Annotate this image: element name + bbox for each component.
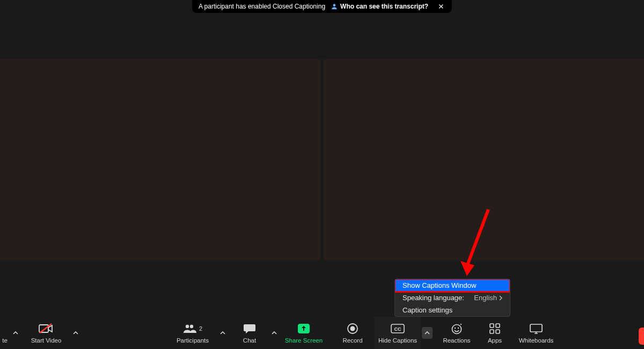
video-grid xyxy=(0,59,644,260)
participants-options-caret[interactable] xyxy=(217,317,229,349)
video-off-icon xyxy=(39,322,54,335)
person-icon xyxy=(331,3,338,10)
chevron-right-icon xyxy=(499,295,502,301)
chevron-up-icon xyxy=(13,331,18,335)
svg-marker-2 xyxy=(460,261,474,276)
svg-rect-16 xyxy=(496,324,500,328)
chevron-up-icon xyxy=(425,331,430,335)
video-pane-left[interactable] xyxy=(0,59,320,260)
share-screen-button[interactable]: Share Screen xyxy=(280,317,327,349)
notification-text: A participant has enabled Closed Caption… xyxy=(199,3,325,10)
chat-button[interactable]: Chat xyxy=(231,317,268,349)
transcript-visibility-link[interactable]: Who can see this transcript? xyxy=(331,3,428,10)
menu-show-captions-window[interactable]: Show Captions Window xyxy=(395,279,510,292)
cc-icon: CC xyxy=(391,322,405,335)
apps-icon xyxy=(489,322,501,335)
participants-icon: 2 xyxy=(183,322,202,335)
chevron-up-icon xyxy=(220,331,225,335)
chevron-up-icon xyxy=(73,331,78,335)
svg-point-12 xyxy=(452,325,462,334)
captions-options-caret[interactable] xyxy=(422,327,433,339)
leave-button-partial[interactable] xyxy=(639,328,644,345)
hide-captions-button[interactable]: CC Hide Captions xyxy=(375,317,421,349)
reactions-icon xyxy=(451,322,463,335)
chat-options-caret[interactable] xyxy=(268,317,280,349)
whiteboards-button[interactable]: Whiteboards xyxy=(512,317,560,349)
participants-button[interactable]: 2 Participants xyxy=(169,317,217,349)
svg-rect-15 xyxy=(490,324,494,328)
svg-rect-3 xyxy=(39,325,48,332)
start-video-button[interactable]: Start Video xyxy=(23,317,70,349)
record-icon xyxy=(347,322,358,335)
meeting-toolbar: te Start Video xyxy=(0,317,644,349)
participants-count: 2 xyxy=(199,325,202,332)
chevron-up-icon xyxy=(272,331,277,335)
svg-point-5 xyxy=(186,325,189,328)
reactions-button[interactable]: Reactions xyxy=(436,317,478,349)
caption-notification: A participant has enabled Closed Caption… xyxy=(192,0,452,13)
svg-rect-19 xyxy=(530,324,542,332)
svg-point-9 xyxy=(350,326,355,331)
video-pane-right[interactable] xyxy=(324,59,644,260)
svg-point-13 xyxy=(455,328,456,329)
close-notification-button[interactable] xyxy=(437,2,445,11)
svg-text:CC: CC xyxy=(394,326,401,332)
svg-rect-17 xyxy=(490,330,494,333)
chat-icon xyxy=(243,322,256,335)
record-button[interactable]: Record xyxy=(334,317,371,349)
apps-button[interactable]: Apps xyxy=(478,317,512,349)
speaking-language-value: English xyxy=(474,294,502,302)
video-options-caret[interactable] xyxy=(70,317,82,349)
svg-point-14 xyxy=(458,328,459,329)
share-screen-icon xyxy=(297,322,310,335)
whiteboards-icon xyxy=(529,322,543,335)
svg-point-6 xyxy=(190,325,193,328)
captions-menu: Show Captions Window Speaking language: … xyxy=(394,279,510,317)
mute-options-caret[interactable] xyxy=(10,317,21,349)
menu-caption-settings[interactable]: Caption settings xyxy=(395,304,510,316)
mute-button-partial[interactable]: te xyxy=(0,317,10,349)
svg-rect-18 xyxy=(496,330,500,333)
menu-speaking-language[interactable]: Speaking language: English xyxy=(395,292,510,304)
svg-point-0 xyxy=(333,4,336,6)
